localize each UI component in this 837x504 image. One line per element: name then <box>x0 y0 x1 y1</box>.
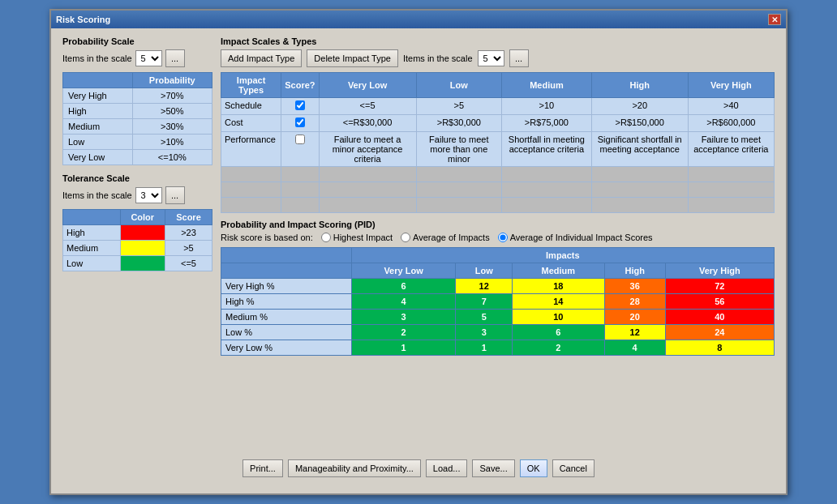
pid-cell: 3 <box>456 325 513 340</box>
impact-vhigh: >40 <box>688 98 774 115</box>
pid-prob-label: Medium % <box>221 310 352 325</box>
impact-high: >R$150,000 <box>591 115 688 132</box>
load-button[interactable]: Load... <box>426 459 468 477</box>
impact-table-row: Schedule <=5 >5 >10 >20 >40 <box>221 98 775 115</box>
prob-level: Low <box>63 135 133 150</box>
pid-cell: 5 <box>456 310 513 325</box>
impact-col-header: Score? <box>281 73 319 98</box>
pid-col-header: Very High <box>665 263 774 279</box>
impact-table-row: Performance Failure to meet a minor acce… <box>221 132 775 167</box>
impact-empty-cell <box>502 198 592 213</box>
pid-cell: 6 <box>351 279 456 294</box>
pid-col-header: Medium <box>513 263 605 279</box>
tol-col-color: Color <box>120 210 165 225</box>
impact-vhigh: Failure to meet acceptance criteria <box>688 132 774 167</box>
tol-level: Low <box>63 256 121 271</box>
impact-empty-cell <box>591 182 688 198</box>
tolerance-scale-section: Tolerance Scale Items in the scale 3 ...… <box>62 173 212 271</box>
pid-cell: 12 <box>604 325 665 340</box>
radio-average-impacts-input[interactable] <box>401 233 410 242</box>
pid-cell: 20 <box>604 310 665 325</box>
impact-empty-cell <box>591 198 688 213</box>
pid-cell: 24 <box>665 325 774 340</box>
delete-impact-type-button[interactable]: Delete Impact Type <box>307 49 398 67</box>
risk-scoring-window: Risk Scoring ✕ Probability Scale Items i… <box>49 9 788 495</box>
impact-empty-row <box>221 167 775 182</box>
pid-cell: 12 <box>456 279 513 294</box>
impact-low: >R$30,000 <box>416 115 501 132</box>
impact-vlow: Failure to meet a minor acceptance crite… <box>319 132 416 167</box>
save-button[interactable]: Save... <box>472 459 514 477</box>
impact-empty-cell <box>319 182 416 198</box>
impact-high: >20 <box>591 98 688 115</box>
pid-radio-row: Risk score is based on: Highest Impact A… <box>221 233 775 242</box>
radio-highest-impact-input[interactable] <box>321 233 331 242</box>
impact-score-checkbox[interactable] <box>295 100 305 110</box>
impact-empty-cell <box>416 198 501 213</box>
impact-empty-cell <box>281 167 319 182</box>
pid-prob-label: Low % <box>221 325 352 340</box>
pid-cell: 3 <box>351 310 456 325</box>
manageability-button[interactable]: Manageability and Proximity... <box>288 459 421 477</box>
impact-ellipsis-button[interactable]: ... <box>509 49 529 67</box>
prob-table-row: Low>10% <box>63 135 212 150</box>
pid-cell: 18 <box>513 279 605 294</box>
prob-table-row: High>50% <box>63 104 212 119</box>
right-panel: Impact Scales & Types Add Impact Type De… <box>221 36 775 453</box>
prob-items-row: Items in the scale 5 ... <box>62 49 212 67</box>
impact-empty-row <box>221 198 775 213</box>
tol-ellipsis-button[interactable]: ... <box>165 186 185 204</box>
probability-scale-label: Probability Scale <box>62 36 212 46</box>
impact-low: >5 <box>416 98 501 115</box>
tol-color-cell <box>120 241 165 256</box>
pid-cell: 40 <box>665 310 774 325</box>
pid-cell: 1 <box>351 340 456 356</box>
impact-vlow: <=5 <box>319 98 416 115</box>
prob-scale-select[interactable]: 5 <box>135 50 162 66</box>
radio-average-label: Average of Impacts <box>413 233 490 242</box>
pid-col-header: Very Low <box>351 263 456 279</box>
prob-items-label: Items in the scale <box>62 53 132 63</box>
pid-col-header <box>221 263 352 279</box>
pid-cell: 1 <box>456 340 513 356</box>
tol-color-cell <box>120 256 165 271</box>
impact-col-header: Low <box>416 73 501 98</box>
pid-cell: 4 <box>351 294 456 310</box>
pid-col-header: High <box>604 263 665 279</box>
radio-highest-impact[interactable]: Highest Impact <box>321 233 393 242</box>
impact-name: Performance <box>221 132 281 167</box>
radio-average-impacts[interactable]: Average of Impacts <box>401 233 490 242</box>
impact-empty-cell <box>281 182 319 198</box>
pid-impacts-header: Impacts <box>351 248 774 263</box>
tol-scale-select[interactable]: 3 <box>135 187 162 203</box>
ok-button[interactable]: OK <box>520 459 547 477</box>
impact-score-checkbox[interactable] <box>295 117 305 127</box>
prob-value: <=10% <box>132 150 212 165</box>
impact-empty-cell <box>221 198 281 213</box>
pid-cell: 28 <box>604 294 665 310</box>
impact-empty-cell <box>319 198 416 213</box>
radio-average-individual[interactable]: Average of Individual Impact Scores <box>498 233 653 242</box>
print-button[interactable]: Print... <box>243 459 283 477</box>
tol-score: <=5 <box>165 256 212 271</box>
prob-level: Very High <box>63 88 133 104</box>
impact-med: Shortfall in meeting acceptance criteria <box>502 132 592 167</box>
impact-low: Failure to meet more than one minor <box>416 132 501 167</box>
cancel-button[interactable]: Cancel <box>552 459 594 477</box>
prob-col-probability: Probability <box>132 73 212 88</box>
radio-average-individual-input[interactable] <box>498 233 508 242</box>
prob-table-row: Very Low<=10% <box>63 150 212 165</box>
impact-empty-cell <box>688 167 774 182</box>
tol-level: High <box>63 225 121 241</box>
impact-empty-cell <box>502 182 592 198</box>
close-button[interactable]: ✕ <box>768 14 781 25</box>
impact-header-row: Add Impact Type Delete Impact Type Items… <box>221 49 775 67</box>
add-impact-type-button[interactable]: Add Impact Type <box>221 49 302 67</box>
impact-scale-select[interactable]: 5 <box>478 50 504 66</box>
pid-cell: 14 <box>513 294 605 310</box>
prob-ellipsis-button[interactable]: ... <box>165 49 185 67</box>
radio-highest-label: Highest Impact <box>333 233 393 242</box>
tol-table-row: Medium >5 <box>63 241 212 256</box>
impact-score-checkbox[interactable] <box>295 135 305 144</box>
impact-med: >R$75,000 <box>502 115 592 132</box>
